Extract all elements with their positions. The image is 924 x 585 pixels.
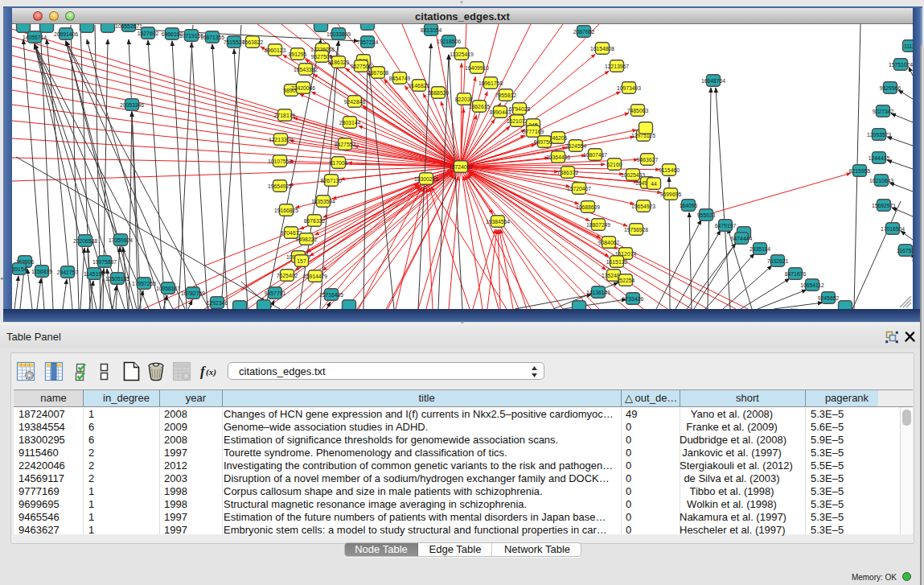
svg-text:17957255: 17957255 bbox=[132, 281, 156, 286]
svg-text:10107552: 10107552 bbox=[268, 159, 292, 164]
svg-text:1292346: 1292346 bbox=[207, 300, 228, 306]
svg-text:18300295: 18300295 bbox=[414, 176, 438, 182]
svg-text:16671355: 16671355 bbox=[200, 35, 224, 40]
svg-text:16543382: 16543382 bbox=[294, 67, 318, 72]
svg-text:2087682: 2087682 bbox=[573, 29, 595, 35]
svg-text:14136141: 14136141 bbox=[586, 290, 610, 295]
svg-text:9498222: 9498222 bbox=[296, 237, 318, 242]
svg-text:39154: 39154 bbox=[12, 266, 27, 272]
svg-text:16914479: 16914479 bbox=[303, 274, 327, 279]
svg-text:19975887: 19975887 bbox=[92, 259, 117, 265]
svg-text:116753: 116753 bbox=[897, 248, 913, 253]
svg-text:955923: 955923 bbox=[697, 212, 716, 218]
svg-text:9527508: 9527508 bbox=[351, 64, 372, 69]
svg-text:10973493: 10973493 bbox=[617, 85, 641, 91]
svg-text:18724007: 18724007 bbox=[449, 164, 473, 170]
svg-text:8427552: 8427552 bbox=[335, 142, 356, 147]
svg-text:20053346: 20053346 bbox=[120, 102, 144, 108]
svg-text:2718176: 2718176 bbox=[274, 113, 296, 118]
svg-text:7955812: 7955812 bbox=[495, 93, 517, 98]
svg-text:10688609: 10688609 bbox=[576, 204, 600, 210]
svg-text:19166825: 19166825 bbox=[274, 208, 298, 213]
svg-text:1615132: 1615132 bbox=[606, 259, 628, 265]
svg-text:19654925: 19654925 bbox=[268, 183, 292, 189]
svg-text:822037: 822037 bbox=[455, 97, 474, 102]
svg-text:1733426: 1733426 bbox=[622, 296, 644, 302]
svg-text:16033809: 16033809 bbox=[326, 31, 351, 37]
svg-text:7632621: 7632621 bbox=[767, 258, 789, 264]
svg-text:10807487: 10807487 bbox=[583, 152, 607, 158]
svg-text:2867608: 2867608 bbox=[368, 70, 389, 76]
svg-text:22420046: 22420046 bbox=[291, 85, 315, 91]
svg-text:9527506: 9527506 bbox=[311, 54, 333, 60]
svg-text:7663822: 7663822 bbox=[242, 39, 264, 45]
svg-text:12093573: 12093573 bbox=[867, 132, 891, 138]
svg-text:1588520: 1588520 bbox=[428, 90, 450, 96]
svg-text:1527602: 1527602 bbox=[138, 31, 159, 36]
svg-text:106552671: 106552671 bbox=[115, 24, 142, 29]
svg-text:16648764: 16648764 bbox=[701, 78, 725, 84]
svg-text:16210643: 16210643 bbox=[869, 178, 893, 183]
svg-text:1112: 1112 bbox=[904, 43, 913, 49]
svg-text:6794028: 6794028 bbox=[509, 106, 531, 112]
svg-text:1621072: 1621072 bbox=[507, 118, 528, 124]
svg-text:9084067: 9084067 bbox=[598, 240, 620, 245]
svg-text:18807249: 18807249 bbox=[586, 222, 610, 228]
svg-text:1244415: 1244415 bbox=[869, 155, 890, 161]
svg-text:2942757: 2942757 bbox=[57, 270, 79, 275]
svg-text:9242848: 9242848 bbox=[344, 99, 366, 105]
svg-text:8471676: 8471676 bbox=[785, 271, 807, 277]
svg-text:19756928: 19756928 bbox=[624, 227, 648, 233]
svg-text:9115460: 9115460 bbox=[659, 167, 680, 173]
svg-text:9529966: 9529966 bbox=[880, 85, 901, 91]
svg-text:9699695: 9699695 bbox=[660, 192, 682, 197]
svg-text:6479197: 6479197 bbox=[715, 223, 737, 229]
svg-text:2803144: 2803144 bbox=[339, 120, 361, 126]
svg-text:9227342: 9227342 bbox=[873, 109, 894, 114]
svg-text:9245652: 9245652 bbox=[818, 295, 840, 301]
svg-text:7625402: 7625402 bbox=[277, 273, 298, 278]
svg-text:44: 44 bbox=[651, 181, 657, 187]
svg-text:1145194: 1145194 bbox=[84, 271, 105, 277]
svg-text:19654923: 19654923 bbox=[631, 204, 655, 209]
svg-text:19218506: 19218506 bbox=[437, 39, 461, 44]
svg-text:1362615: 1362615 bbox=[469, 104, 491, 109]
svg-text:8215955: 8215955 bbox=[849, 168, 871, 174]
svg-text:8678332: 8678332 bbox=[304, 218, 326, 224]
svg-text:164095: 164095 bbox=[680, 203, 698, 208]
svg-text:16409910: 16409910 bbox=[465, 65, 489, 71]
svg-text:10961758: 10961758 bbox=[478, 80, 503, 86]
svg-text:9777169: 9777169 bbox=[523, 129, 544, 134]
svg-text:10654112: 10654112 bbox=[800, 282, 824, 288]
svg-text:8186323: 8186323 bbox=[328, 60, 350, 65]
svg-text:11353594: 11353594 bbox=[311, 199, 335, 204]
svg-text:9146821: 9146821 bbox=[409, 83, 430, 89]
svg-text:3624554: 3624554 bbox=[565, 143, 587, 149]
svg-text:15716485: 15716485 bbox=[319, 292, 343, 298]
svg-text:157: 157 bbox=[297, 258, 306, 264]
svg-text:10958107: 10958107 bbox=[156, 286, 180, 291]
svg-text:7386372: 7386372 bbox=[557, 170, 579, 175]
svg-text:(x): (x) bbox=[206, 367, 216, 377]
svg-text:14055714: 14055714 bbox=[23, 35, 47, 40]
svg-text:8813054: 8813054 bbox=[421, 27, 442, 33]
svg-text:20364436: 20364436 bbox=[546, 154, 570, 160]
svg-text:9704672: 9704672 bbox=[281, 230, 302, 236]
svg-text:8454749: 8454749 bbox=[389, 76, 411, 81]
svg-text:746206: 746206 bbox=[549, 135, 568, 141]
svg-text:20206538: 20206538 bbox=[73, 238, 97, 244]
svg-text:15720407: 15720407 bbox=[567, 186, 591, 192]
svg-text:16782759: 16782759 bbox=[181, 290, 205, 296]
svg-text:15751074: 15751074 bbox=[889, 62, 913, 68]
svg-text:817004: 817004 bbox=[330, 160, 348, 166]
svg-text:10025433: 10025433 bbox=[621, 172, 645, 178]
svg-text:16154808: 16154808 bbox=[590, 46, 614, 51]
svg-text:12505135: 12505135 bbox=[105, 276, 129, 282]
svg-text:7357224: 7357224 bbox=[357, 39, 379, 45]
svg-text:7485063: 7485063 bbox=[627, 108, 649, 113]
svg-text:12213967: 12213967 bbox=[605, 64, 629, 69]
svg-text:9457791: 9457791 bbox=[265, 290, 286, 296]
svg-text:2935114: 2935114 bbox=[749, 246, 770, 252]
svg-text:252254: 252254 bbox=[617, 278, 635, 283]
svg-text:19384554: 19384554 bbox=[486, 219, 510, 225]
